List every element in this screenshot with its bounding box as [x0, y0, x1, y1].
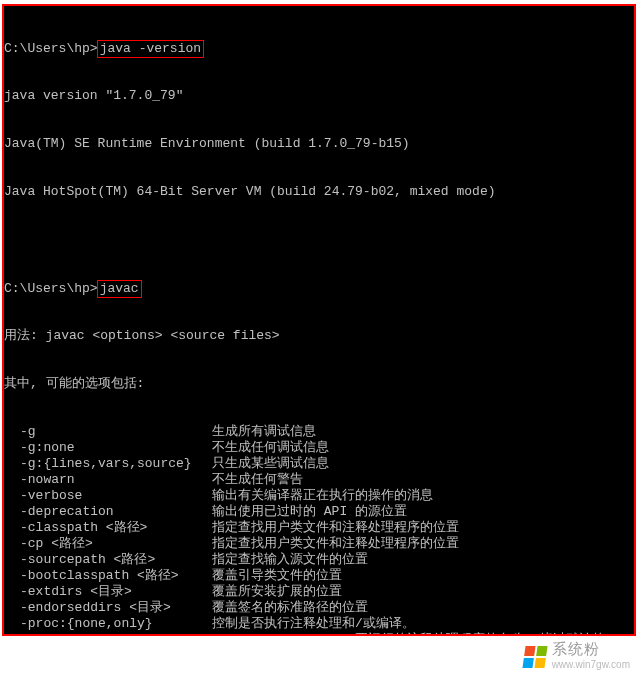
option-description: 覆盖引导类文件的位置 [212, 568, 342, 583]
option-flag: -g [4, 424, 212, 440]
watermark: 系统粉 www.win7gw.com [524, 641, 630, 673]
option-flag: -cp <路径> [4, 536, 212, 552]
option-flag: -proc:{none,only} [4, 616, 212, 632]
command-java-version: java -version [97, 40, 204, 58]
option-flag: -endorseddirs <目录> [4, 600, 212, 616]
option-description: 覆盖所安装扩展的位置 [212, 584, 342, 599]
option-line: -nowarn不生成任何警告 [4, 472, 634, 488]
option-line: -verbose输出有关编译器正在执行的操作的消息 [4, 488, 634, 504]
option-description: 指定查找用户类文件和注释处理程序的位置 [212, 520, 459, 535]
output-line: Java(TM) SE Runtime Environment (build 1… [4, 136, 634, 152]
option-description: 指定查找用户类文件和注释处理程序的位置 [212, 536, 459, 551]
option-flag: -verbose [4, 488, 212, 504]
option-line: -extdirs <目录>覆盖所安装扩展的位置 [4, 584, 634, 600]
option-description: 控制是否执行注释处理和/或编译。 [212, 616, 415, 631]
option-description: 指定查找输入源文件的位置 [212, 552, 368, 567]
prompt: C:\Users\hp> [4, 41, 98, 56]
option-line: -deprecation输出使用已过时的 API 的源位置 [4, 504, 634, 520]
option-line: -g:{lines,vars,source}只生成某些调试信息 [4, 456, 634, 472]
option-line: -processor <class1>[,<class2>,<class3>..… [4, 632, 634, 636]
option-flag: -sourcepath <路径> [4, 552, 212, 568]
terminal-window[interactable]: C:\Users\hp>java -version java version "… [2, 4, 636, 636]
option-description: 输出使用已过时的 API 的源位置 [212, 504, 407, 519]
option-description: 不生成任何警告 [212, 472, 303, 487]
option-flag: -classpath <路径> [4, 520, 212, 536]
option-flag: -processor <class1>[,<class2>,<class3>..… [4, 632, 605, 636]
cmd-line-1: C:\Users\hp>java -version [4, 40, 634, 56]
option-description: 输出有关编译器正在执行的操作的消息 [212, 488, 433, 503]
option-line: -bootclasspath <路径>覆盖引导类文件的位置 [4, 568, 634, 584]
options-header: 其中, 可能的选项包括: [4, 376, 634, 392]
option-description: 覆盖签名的标准路径的位置 [212, 600, 368, 615]
cmd-line-2: C:\Users\hp>javac [4, 280, 634, 296]
prompt: C:\Users\hp> [4, 281, 98, 296]
option-flag: -extdirs <目录> [4, 584, 212, 600]
watermark-title: 系统粉 [552, 641, 630, 657]
output-line: java version "1.7.0_79" [4, 88, 634, 104]
option-line: -classpath <路径>指定查找用户类文件和注释处理程序的位置 [4, 520, 634, 536]
option-line: -cp <路径>指定查找用户类文件和注释处理程序的位置 [4, 536, 634, 552]
option-description: 生成所有调试信息 [212, 424, 316, 439]
command-javac: javac [97, 280, 142, 298]
option-flag: -nowarn [4, 472, 212, 488]
output-line: Java HotSpot(TM) 64-Bit Server VM (build… [4, 184, 634, 200]
option-line: -proc:{none,only}控制是否执行注释处理和/或编译。 [4, 616, 634, 632]
option-flag: -bootclasspath <路径> [4, 568, 212, 584]
windows-logo-icon [522, 646, 547, 668]
option-flag: -g:none [4, 440, 212, 456]
blank-line [4, 232, 634, 248]
option-flag: -g:{lines,vars,source} [4, 456, 212, 472]
watermark-url: www.win7gw.com [552, 657, 630, 673]
option-line: -sourcepath <路径>指定查找输入源文件的位置 [4, 552, 634, 568]
option-description: 只生成某些调试信息 [212, 456, 329, 471]
option-line: -g:none不生成任何调试信息 [4, 440, 634, 456]
option-line: -endorseddirs <目录>覆盖签名的标准路径的位置 [4, 600, 634, 616]
usage-line: 用法: javac <options> <source files> [4, 328, 634, 344]
option-line: -g生成所有调试信息 [4, 424, 634, 440]
option-flag: -deprecation [4, 504, 212, 520]
option-description: 不生成任何调试信息 [212, 440, 329, 455]
